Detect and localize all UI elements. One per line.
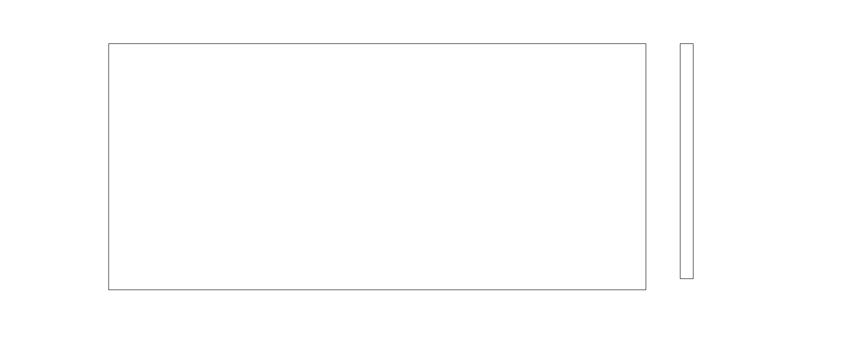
colorbar: [680, 43, 693, 279]
curtain-heatmap: [108, 43, 646, 290]
figure: [0, 0, 868, 362]
